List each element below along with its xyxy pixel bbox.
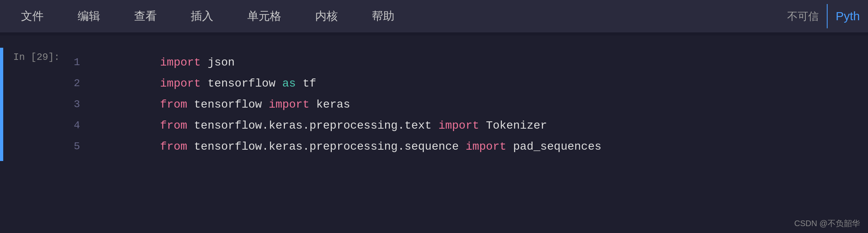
line-number-4: 4	[72, 119, 92, 131]
cell-active-indicator	[0, 48, 3, 161]
menu-item-edit[interactable]: 编辑	[73, 5, 105, 27]
code-line-5: 5 from tensorflow.keras.preprocessing.se…	[68, 136, 868, 157]
menu-item-view[interactable]: 查看	[129, 5, 162, 27]
line-number-3: 3	[72, 98, 92, 110]
menu-item-file[interactable]: 文件	[16, 5, 48, 27]
code-plain-5a: tensorflow.keras.preprocessing.sequence	[187, 140, 466, 153]
menu-right: 不可信 Pyth	[787, 0, 868, 32]
line-number-5: 5	[72, 140, 92, 153]
menu-item-insert[interactable]: 插入	[186, 5, 218, 27]
keyword-import-5: import	[466, 140, 506, 153]
notebook-area: In [29]: 1 import json 2 import tensorfl…	[0, 36, 868, 173]
cell-container: In [29]: 1 import json 2 import tensorfl…	[0, 48, 868, 161]
menu-item-help[interactable]: 帮助	[367, 5, 399, 27]
menu-items: 文件 编辑 查看 插入 单元格 内核 帮助	[16, 5, 399, 27]
keyword-from-5: from	[160, 140, 187, 153]
menu-item-cell[interactable]: 单元格	[242, 5, 286, 27]
menu-item-kernel[interactable]: 内核	[310, 5, 343, 27]
cell-prompt: In [29]:	[3, 48, 68, 161]
menu-separator	[0, 32, 868, 36]
line-number-1: 1	[72, 56, 92, 68]
not-trusted-label: 不可信	[787, 9, 827, 23]
watermark: CSDN @不负韶华	[794, 218, 860, 229]
menu-bar: 文件 编辑 查看 插入 单元格 内核 帮助 不可信 Pyth	[0, 0, 868, 32]
code-text-5: from tensorflow.keras.preprocessing.sequ…	[92, 128, 601, 165]
code-plain-5b: pad_sequences	[506, 140, 601, 153]
kernel-name-label: Pyth	[828, 9, 868, 23]
cell-content[interactable]: 1 import json 2 import tensorflow as tf …	[68, 48, 868, 161]
line-number-2: 2	[72, 77, 92, 89]
